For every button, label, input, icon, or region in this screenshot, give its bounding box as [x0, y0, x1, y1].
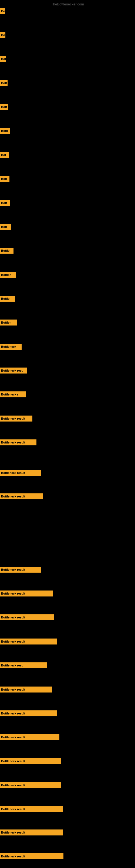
- bar-label-7: Bot: [1, 153, 6, 156]
- bar-row-11: Bottle: [0, 248, 13, 254]
- bar-row-8: Bott: [0, 176, 9, 182]
- bar-label-33: Bottleneck result: [1, 831, 25, 834]
- bar-label-27: Bottleneck result: [1, 688, 25, 691]
- bar-row-20: Bottleneck result: [0, 493, 43, 499]
- bar-label-10: Bott: [1, 225, 7, 228]
- bar-label-12: Bottlen: [1, 273, 11, 276]
- bar-row-24: Bottleneck result: [0, 614, 54, 620]
- site-title: TheBottlenecker.com: [51, 2, 84, 6]
- bar-row-18: Bottleneck result: [0, 415, 32, 422]
- bar-row-23: Bottleneck result: [0, 590, 53, 596]
- bar-label-16: Bottleneck resu: [1, 369, 24, 372]
- bar-row-31: Bottleneck result: [0, 782, 61, 788]
- bar-row-3: Bot: [0, 56, 6, 62]
- bar-label-1: Bo: [1, 9, 5, 13]
- bar-label-19: Bottleneck result: [1, 471, 25, 474]
- bar-label-14: Bottlen: [1, 321, 11, 324]
- bar-row-16: Bottleneck resu: [0, 368, 27, 373]
- bar-row-27: Bottleneck result: [0, 686, 52, 692]
- bar-row-33: Bottleneck result: [0, 830, 63, 835]
- bar-row-17: Bottleneck r: [0, 392, 26, 397]
- bar-row-28: Bottleneck result: [0, 710, 57, 716]
- bar-row-1: Bo: [0, 8, 5, 14]
- bar-label-6: Bottl: [1, 129, 8, 132]
- bar-label-30: Bottleneck result: [1, 760, 25, 763]
- bar-row-9: Bott: [0, 200, 10, 206]
- bar-label-31: Bottleneck result: [1, 784, 25, 787]
- bar-row-29: Bottleneck result: [0, 734, 59, 740]
- bar-label-18: Bottleneck result: [1, 417, 25, 420]
- bar-label-21: Bottleneck result: [1, 441, 25, 444]
- bar-row-30: Bottleneck result: [0, 758, 61, 764]
- bar-label-34: Bottleneck result: [1, 855, 25, 858]
- bar-label-23: Bottleneck result: [1, 592, 25, 595]
- bar-row-25: Bottleneck result: [0, 639, 57, 645]
- bar-label-9: Bott: [1, 201, 7, 205]
- bar-label-26: Bottleneck resu: [1, 664, 24, 667]
- bar-row-6: Bottl: [0, 128, 10, 134]
- bar-row-34: Bottleneck result: [0, 854, 63, 859]
- bar-row-32: Bottleneck result: [0, 806, 63, 812]
- bar-row-21: Bottleneck result: [0, 439, 37, 445]
- bar-label-29: Bottleneck result: [1, 736, 25, 739]
- bar-label-20: Bottleneck result: [1, 495, 25, 498]
- bar-row-4: Bott: [0, 80, 8, 86]
- bar-label-32: Bottleneck result: [1, 807, 25, 811]
- bar-label-13: Bottle: [1, 297, 9, 300]
- bar-row-14: Bottlen: [0, 319, 17, 326]
- bar-label-11: Bottle: [1, 249, 9, 252]
- bar-label-24: Bottleneck result: [1, 616, 25, 619]
- bar-label-15: Bottleneck: [1, 345, 16, 348]
- bar-row-7: Bot: [0, 152, 9, 158]
- bar-row-2: Bo: [0, 32, 5, 38]
- bar-label-28: Bottleneck result: [1, 712, 25, 715]
- bar-row-19: Bottleneck result: [0, 470, 41, 476]
- bar-row-26: Bottleneck resu: [0, 662, 47, 669]
- bar-label-25: Bottleneck result: [1, 640, 25, 643]
- bar-label-8: Bott: [1, 177, 7, 180]
- bar-label-22: Bottleneck result: [1, 568, 25, 571]
- bar-row-22: Bottleneck result: [0, 567, 41, 572]
- bar-label-4: Bott: [1, 82, 7, 85]
- bar-row-15: Bottleneck: [0, 344, 21, 350]
- bar-label-2: Bo: [1, 33, 5, 37]
- bar-row-12: Bottlen: [0, 272, 16, 278]
- bar-row-5: Bott: [0, 104, 8, 110]
- bar-label-5: Bott: [1, 105, 7, 108]
- bar-label-17: Bottleneck r: [1, 393, 18, 396]
- bar-row-13: Bottle: [0, 296, 15, 302]
- bar-label-3: Bot: [1, 57, 6, 61]
- bar-row-10: Bott: [0, 224, 11, 230]
